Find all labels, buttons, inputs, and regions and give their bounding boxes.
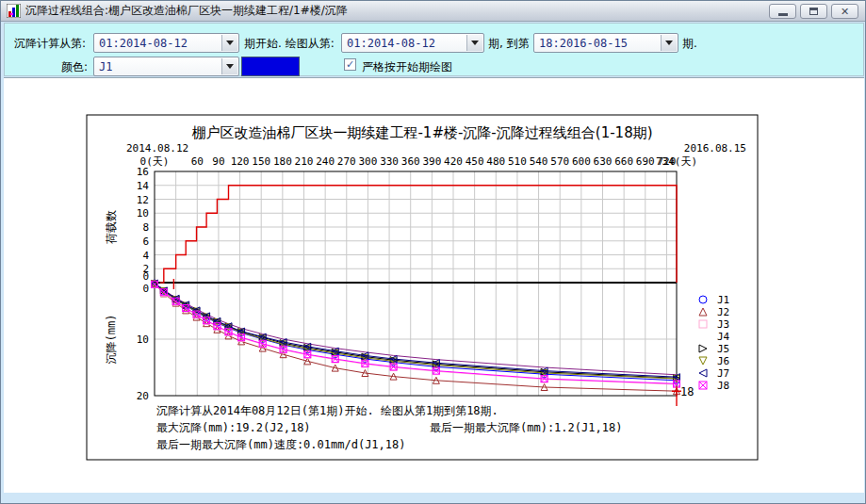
legend-label-J3: J3 [717,318,729,331]
svg-text:570: 570 [550,155,569,168]
label-period-start: 期开始. 绘图从第: [244,36,335,52]
note-max-settlement: 最大沉降(mm):19.2(J2,18) [156,421,311,434]
note-last-period-rate: 最后一期最大沉降(mm)速度:0.01mm/d(J1,18) [156,438,406,451]
restore-button[interactable] [800,4,827,19]
chart-panel: 棚户区改造油棉厂区块一期续建工程-1#楼-沉降-沉降过程线组合(1-18期)20… [4,77,864,493]
minimize-button[interactable] [769,4,796,19]
svg-text:420: 420 [444,155,463,168]
svg-text:240: 240 [316,155,335,168]
app-window: 沉降过程线组合:棚户区改造油棉厂区块一期续建工程/1#楼/沉降 ✕ 沉降计算从第… [0,0,866,504]
svg-text:150: 150 [252,155,270,168]
strict-start-checkbox-label: 严格按开始期绘图 [362,59,452,75]
window-title: 沉降过程线组合:棚户区改造油棉厂区块一期续建工程/1#楼/沉降 [25,3,348,19]
toolbar: 沉降计算从第: 01:2014-08-12 期开始. 绘图从第: 01:2014… [4,23,864,76]
svg-text:120: 120 [231,155,250,168]
svg-text:270: 270 [337,155,356,168]
label-color: 颜色: [61,59,88,75]
label-period-end: 期. [682,36,697,52]
combo-calc-from-value: 01:2014-08-12 [99,37,188,50]
svg-text:12: 12 [137,194,149,206]
combo-draw-from-period[interactable]: 01:2014-08-12 [341,33,484,53]
svg-text:10: 10 [137,333,149,346]
minimize-icon [778,13,788,16]
chevron-down-icon[interactable] [221,35,237,51]
x-axis-labels: 0(天)609012015018021024027030033036039042… [140,155,698,168]
combo-color-point[interactable]: J1 [93,57,239,76]
svg-text:0: 0 [142,283,149,295]
legend-label-J8: J8 [717,380,729,392]
strict-start-checkbox[interactable]: ✓ [344,58,356,71]
svg-text:600: 600 [572,155,591,168]
chart-canvas: 棚户区改造油棉厂区块一期续建工程-1#楼-沉降-沉降过程线组合(1-18期)20… [4,78,864,494]
svg-text:630: 630 [594,155,613,168]
svg-text:10: 10 [137,207,149,219]
combo-calc-from-period[interactable]: 01:2014-08-12 [93,33,239,53]
series-J2 [152,281,680,395]
svg-text:16: 16 [137,166,149,178]
label-calc-from: 沉降计算从第: [14,36,86,52]
svg-text:540: 540 [530,155,548,168]
combo-draw-to-period[interactable]: 18:2016-08-15 [533,33,678,53]
chart-title: 棚户区改造油棉厂区块一期续建工程-1#楼-沉降-沉降过程线组合(1-18期) [191,124,652,141]
legend-label-J1: J1 [717,294,729,306]
end-period-label: 18 [680,385,694,398]
chart-root: 棚户区改造油棉厂区块一期续建工程-1#楼-沉降-沉降过程线组合(1-18期)20… [87,115,758,460]
series-J6 [152,281,680,382]
combo-color-point-value: J1 [99,60,112,73]
svg-text:510: 510 [508,155,527,168]
svg-text:360: 360 [401,155,420,168]
svg-text:450: 450 [466,155,484,168]
label-to-period: 期, 到第 [488,36,530,52]
load-axis-title: 荷载数 [105,210,118,244]
svg-text:690: 690 [636,155,655,168]
chevron-down-icon[interactable] [221,58,237,74]
chevron-down-icon[interactable] [661,35,677,51]
svg-text:14: 14 [137,180,150,192]
svg-text:4: 4 [142,250,149,262]
chart-date-start: 2014.08.12 [126,142,188,154]
svg-text:660: 660 [614,155,633,168]
close-button[interactable]: ✕ [831,4,858,19]
app-icon [7,4,21,18]
legend-label-J4: J4 [717,331,730,343]
check-icon: ✓ [346,59,354,70]
chart-date-end: 2016.08.15 [684,142,746,154]
series-J1 [152,280,680,383]
svg-text:60: 60 [191,155,204,168]
legend-label-J5: J5 [717,343,729,355]
svg-text:390: 390 [422,155,441,168]
chart-notes: 沉降计算从2014年08月12日(第1期)开始. 绘图从第1期到第18期.最大沉… [156,404,622,451]
titlebar: 沉降过程线组合:棚户区改造油棉厂区块一期续建工程/1#楼/沉降 ✕ [1,1,865,22]
chevron-down-icon[interactable] [466,35,482,51]
series-J8 [152,281,680,387]
svg-text:300: 300 [358,155,377,168]
color-swatch[interactable] [241,57,300,76]
svg-text:480: 480 [486,155,505,168]
svg-text:330: 330 [380,155,399,168]
close-icon: ✕ [841,7,849,17]
note-line1: 沉降计算从2014年08月12日(第1期)开始. 绘图从第1期到第18期. [156,404,498,417]
legend-label-J6: J6 [717,355,729,367]
svg-text:8: 8 [142,221,149,234]
svg-text:20: 20 [137,390,149,402]
note-last-period-max: 最后一期最大沉降(mm):1.2(J1,18) [430,421,622,434]
svg-text:6: 6 [142,236,149,248]
legend: J1J2J3J4J5J6J7J8 [699,294,730,392]
combo-draw-to-value: 18:2016-08-15 [539,37,628,50]
svg-text:180: 180 [273,155,292,168]
svg-text:0: 0 [142,270,149,283]
svg-text:210: 210 [295,155,314,168]
legend-label-J7: J7 [717,367,729,380]
combo-draw-from-value: 01:2014-08-12 [347,37,435,50]
svg-text:734(天): 734(天) [656,155,697,168]
settle-axis-labels: 01020 [137,283,149,402]
svg-text:90: 90 [212,155,224,168]
settle-axis-title: 沉降(mm) [105,315,118,365]
restore-icon [809,8,818,15]
load-step-line [160,186,677,283]
legend-label-J2: J2 [717,306,729,318]
load-axis-labels: 1614121086420 [137,166,150,283]
